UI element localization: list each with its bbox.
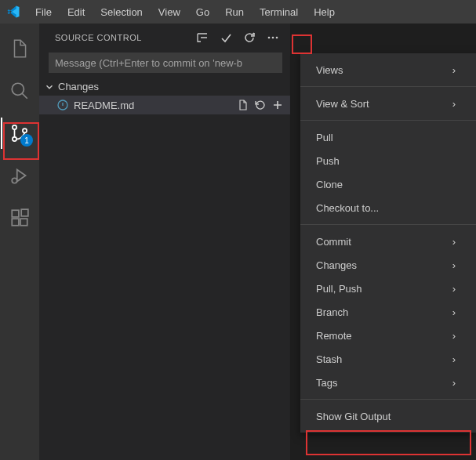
activity-explorer[interactable]: [1, 33, 38, 64]
ctx-label: Tags: [316, 377, 337, 389]
svg-point-2: [13, 137, 16, 141]
ctx-remote[interactable]: Remote›: [300, 324, 476, 347]
source-control-panel: SOURCE CONTROL Changes README.: [39, 24, 290, 460]
activity-extensions[interactable]: [1, 202, 38, 234]
refresh-icon[interactable]: [242, 30, 257, 45]
separator: [300, 224, 476, 225]
commit-message-input[interactable]: [55, 57, 276, 69]
ctx-clone[interactable]: Clone: [300, 172, 476, 196]
svg-rect-6: [12, 219, 19, 226]
panel-title: SOURCE CONTROL: [55, 33, 142, 42]
svg-point-1: [13, 125, 16, 129]
chevron-right-icon: ›: [452, 259, 456, 271]
ctx-branch[interactable]: Branch›: [300, 300, 476, 324]
ctx-label: Commit: [316, 236, 351, 248]
main-menu: File Edit Selection View Go Run Terminal…: [28, 3, 342, 21]
ctx-label: Pull, Push: [316, 283, 362, 295]
commit-message-box[interactable]: [49, 53, 282, 73]
svg-rect-5: [12, 210, 19, 217]
more-actions-icon[interactable]: [265, 30, 281, 45]
ctx-label: View & Sort: [316, 98, 369, 110]
svg-point-11: [276, 36, 278, 38]
title-bar: File Edit Selection View Go Run Terminal…: [0, 0, 476, 24]
chevron-right-icon: ›: [452, 377, 456, 389]
search-icon: [9, 81, 30, 101]
svg-rect-8: [21, 209, 28, 216]
vscode-logo-icon: [6, 5, 20, 19]
menu-selection[interactable]: Selection: [93, 3, 149, 21]
ctx-view-sort[interactable]: View & Sort›: [300, 92, 476, 115]
activity-source-control[interactable]: 1: [1, 118, 38, 149]
view-as-tree-icon[interactable]: [194, 30, 210, 45]
ctx-show-git-output[interactable]: Show Git Output: [300, 404, 476, 428]
ctx-label: Views: [316, 64, 343, 76]
panel-actions: [194, 30, 281, 45]
chevron-right-icon: ›: [452, 353, 456, 365]
ctx-label: Pull: [316, 132, 333, 143]
stage-changes-icon[interactable]: [271, 99, 284, 111]
open-file-icon[interactable]: [237, 99, 249, 111]
ctx-label: Branch: [316, 306, 348, 318]
svg-rect-7: [20, 219, 27, 226]
separator: [300, 120, 476, 121]
svg-point-0: [12, 83, 24, 95]
modified-file-icon: [56, 99, 69, 111]
commit-icon[interactable]: [218, 30, 234, 45]
highlight-show-git-output: [306, 430, 471, 455]
ctx-views[interactable]: Views›: [300, 58, 476, 81]
chevron-right-icon: ›: [452, 306, 456, 318]
activity-bar: 1: [0, 24, 39, 460]
menu-terminal[interactable]: Terminal: [253, 3, 305, 21]
ctx-push[interactable]: Push: [300, 149, 476, 172]
ctx-label: Checkout to...: [316, 202, 379, 214]
file-row-actions: [237, 99, 284, 111]
extensions-icon: [9, 208, 30, 228]
menu-go[interactable]: Go: [189, 3, 216, 21]
changes-label: Changes: [58, 81, 99, 92]
discard-changes-icon[interactable]: [254, 99, 267, 111]
ctx-checkout[interactable]: Checkout to...: [300, 196, 476, 219]
svg-point-9: [268, 36, 271, 38]
svg-point-10: [272, 36, 274, 38]
changes-header[interactable]: Changes: [39, 79, 290, 96]
debug-icon: [9, 165, 30, 186]
changed-file-row[interactable]: README.md: [39, 96, 290, 114]
svg-point-3: [23, 129, 27, 132]
menu-view[interactable]: View: [151, 3, 187, 21]
ctx-label: Remote: [316, 330, 352, 342]
ctx-label: Clone: [316, 179, 343, 190]
file-name: README.md: [74, 100, 237, 111]
chevron-down-icon: [44, 81, 55, 92]
chevron-right-icon: ›: [452, 330, 456, 342]
ctx-commit[interactable]: Commit›: [300, 230, 476, 253]
menu-help[interactable]: Help: [307, 3, 342, 21]
ctx-label: Changes: [316, 259, 357, 271]
ctx-tags[interactable]: Tags›: [300, 371, 476, 394]
menu-run[interactable]: Run: [218, 3, 251, 21]
ctx-pull[interactable]: Pull: [300, 125, 476, 149]
files-icon: [9, 38, 30, 59]
chevron-right-icon: ›: [452, 236, 456, 248]
menu-file[interactable]: File: [28, 3, 59, 21]
activity-search[interactable]: [1, 75, 38, 107]
ctx-pull-push[interactable]: Pull, Push›: [300, 277, 476, 300]
svg-point-4: [12, 178, 17, 183]
ctx-label: Stash: [316, 353, 342, 365]
panel-header: SOURCE CONTROL: [39, 24, 290, 51]
chevron-right-icon: ›: [452, 283, 456, 295]
separator: [300, 399, 476, 400]
ctx-label: Show Git Output: [316, 411, 391, 422]
chevron-right-icon: ›: [452, 98, 456, 110]
chevron-right-icon: ›: [452, 64, 456, 76]
separator: [300, 86, 476, 87]
activity-run-debug[interactable]: [1, 160, 38, 191]
scm-more-actions-menu: Views› View & Sort› Pull Push Clone Chec…: [300, 53, 476, 433]
menu-edit[interactable]: Edit: [60, 3, 92, 21]
ctx-changes[interactable]: Changes›: [300, 253, 476, 277]
scm-badge: 1: [20, 134, 33, 147]
highlight-more-actions: [292, 34, 312, 54]
ctx-stash[interactable]: Stash›: [300, 347, 476, 371]
ctx-label: Push: [316, 155, 340, 167]
